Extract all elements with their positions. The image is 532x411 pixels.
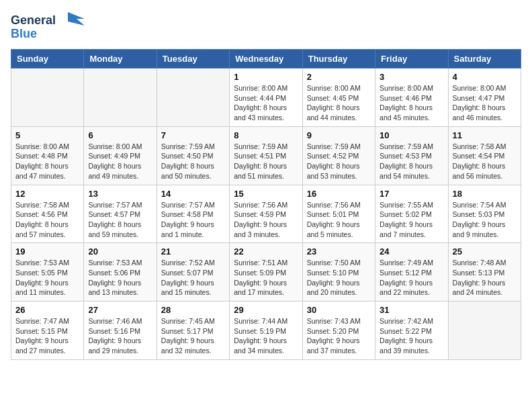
cell-info: Sunrise: 8:00 AMSunset: 4:45 PMDaylight:… <box>307 83 371 123</box>
cell-info: Sunrise: 7:49 AMSunset: 5:12 PMDaylight:… <box>380 258 443 298</box>
weekday-header-tuesday: Tuesday <box>157 50 229 68</box>
day-number: 16 <box>307 189 371 199</box>
cell-info: Sunrise: 7:58 AMSunset: 4:54 PMDaylight:… <box>453 142 517 181</box>
calendar-week-row: 19Sunrise: 7:53 AMSunset: 5:05 PMDayligh… <box>11 243 521 302</box>
weekday-header-wednesday: Wednesday <box>230 50 302 68</box>
day-number: 9 <box>307 130 371 140</box>
cell-info: Sunrise: 8:00 AMSunset: 4:47 PMDaylight:… <box>453 83 517 123</box>
day-number: 14 <box>161 189 225 199</box>
day-number: 20 <box>88 246 152 257</box>
calendar-cell: 13Sunrise: 7:57 AMSunset: 4:57 PMDayligh… <box>84 185 157 243</box>
calendar-cell <box>11 68 84 127</box>
cell-info: Sunrise: 8:00 AMSunset: 4:46 PMDaylight:… <box>380 83 443 123</box>
cell-info: Sunrise: 7:56 AMSunset: 5:01 PMDaylight:… <box>307 200 371 240</box>
cell-info: Sunrise: 7:42 AMSunset: 5:22 PMDaylight:… <box>380 316 443 356</box>
calendar-cell: 16Sunrise: 7:56 AMSunset: 5:01 PMDayligh… <box>302 185 375 243</box>
svg-marker-2 <box>68 12 85 26</box>
cell-info: Sunrise: 7:53 AMSunset: 5:05 PMDaylight:… <box>15 258 79 298</box>
weekday-header-sunday: Sunday <box>11 50 84 68</box>
calendar-week-row: 26Sunrise: 7:47 AMSunset: 5:15 PMDayligh… <box>11 302 521 360</box>
cell-info: Sunrise: 7:59 AMSunset: 4:52 PMDaylight:… <box>307 142 371 181</box>
day-number: 13 <box>88 189 152 199</box>
calendar-cell: 6Sunrise: 8:00 AMSunset: 4:49 PMDaylight… <box>84 126 157 185</box>
calendar-cell: 24Sunrise: 7:49 AMSunset: 5:12 PMDayligh… <box>375 243 448 302</box>
weekday-header-saturday: Saturday <box>448 50 521 68</box>
cell-info: Sunrise: 7:54 AMSunset: 5:03 PMDaylight:… <box>453 200 517 240</box>
calendar-cell: 2Sunrise: 8:00 AMSunset: 4:45 PMDaylight… <box>302 68 375 127</box>
cell-info: Sunrise: 8:00 AMSunset: 4:44 PMDaylight:… <box>234 83 298 123</box>
calendar-cell: 22Sunrise: 7:51 AMSunset: 5:09 PMDayligh… <box>230 243 302 302</box>
cell-info: Sunrise: 7:59 AMSunset: 4:50 PMDaylight:… <box>161 142 225 181</box>
calendar-week-row: 1Sunrise: 8:00 AMSunset: 4:44 PMDaylight… <box>11 68 521 127</box>
cell-info: Sunrise: 7:52 AMSunset: 5:07 PMDaylight:… <box>161 258 225 298</box>
calendar-cell: 21Sunrise: 7:52 AMSunset: 5:07 PMDayligh… <box>157 243 229 302</box>
cell-info: Sunrise: 7:53 AMSunset: 5:06 PMDaylight:… <box>88 258 152 298</box>
calendar-cell: 5Sunrise: 8:00 AMSunset: 4:48 PMDaylight… <box>11 126 84 185</box>
day-number: 3 <box>380 72 443 82</box>
calendar-cell: 26Sunrise: 7:47 AMSunset: 5:15 PMDayligh… <box>11 302 84 360</box>
day-number: 6 <box>88 130 152 140</box>
calendar-week-row: 12Sunrise: 7:58 AMSunset: 4:56 PMDayligh… <box>11 185 521 243</box>
calendar-cell: 28Sunrise: 7:45 AMSunset: 5:17 PMDayligh… <box>157 302 229 360</box>
calendar-cell: 10Sunrise: 7:59 AMSunset: 4:53 PMDayligh… <box>375 126 448 185</box>
calendar-cell: 23Sunrise: 7:50 AMSunset: 5:10 PMDayligh… <box>302 243 375 302</box>
cell-info: Sunrise: 7:43 AMSunset: 5:20 PMDaylight:… <box>307 316 371 356</box>
cell-info: Sunrise: 7:47 AMSunset: 5:15 PMDaylight:… <box>15 316 79 356</box>
cell-info: Sunrise: 7:51 AMSunset: 5:09 PMDaylight:… <box>234 258 298 298</box>
day-number: 22 <box>234 246 298 257</box>
cell-info: Sunrise: 7:45 AMSunset: 5:17 PMDaylight:… <box>161 316 225 356</box>
calendar-cell: 9Sunrise: 7:59 AMSunset: 4:52 PMDaylight… <box>302 126 375 185</box>
calendar-cell: 4Sunrise: 8:00 AMSunset: 4:47 PMDaylight… <box>448 68 521 127</box>
calendar-cell: 7Sunrise: 7:59 AMSunset: 4:50 PMDaylight… <box>157 126 229 185</box>
svg-text:General: General <box>11 13 56 27</box>
cell-info: Sunrise: 8:00 AMSunset: 4:48 PMDaylight:… <box>15 142 79 181</box>
calendar-cell: 25Sunrise: 7:48 AMSunset: 5:13 PMDayligh… <box>448 243 521 302</box>
day-number: 28 <box>161 305 225 315</box>
calendar-cell <box>84 68 157 127</box>
day-number: 24 <box>380 246 443 257</box>
day-number: 17 <box>380 189 443 199</box>
calendar-cell <box>157 68 229 127</box>
logo: GeneralBlue <box>11 11 85 41</box>
day-number: 30 <box>307 305 371 315</box>
calendar-cell: 17Sunrise: 7:55 AMSunset: 5:02 PMDayligh… <box>375 185 448 243</box>
cell-info: Sunrise: 7:56 AMSunset: 4:59 PMDaylight:… <box>234 200 298 240</box>
day-number: 19 <box>15 246 79 257</box>
cell-info: Sunrise: 7:57 AMSunset: 4:57 PMDaylight:… <box>88 200 152 240</box>
calendar-cell: 20Sunrise: 7:53 AMSunset: 5:06 PMDayligh… <box>84 243 157 302</box>
cell-info: Sunrise: 7:57 AMSunset: 4:58 PMDaylight:… <box>161 200 225 240</box>
day-number: 21 <box>161 246 225 257</box>
day-number: 10 <box>380 130 443 140</box>
calendar-cell: 3Sunrise: 8:00 AMSunset: 4:46 PMDaylight… <box>375 68 448 127</box>
page-header: GeneralBlue <box>11 11 521 41</box>
day-number: 1 <box>234 72 298 82</box>
calendar-cell: 30Sunrise: 7:43 AMSunset: 5:20 PMDayligh… <box>302 302 375 360</box>
weekday-header-thursday: Thursday <box>302 50 375 68</box>
day-number: 2 <box>307 72 371 82</box>
calendar-cell: 29Sunrise: 7:44 AMSunset: 5:19 PMDayligh… <box>230 302 302 360</box>
cell-info: Sunrise: 7:59 AMSunset: 4:51 PMDaylight:… <box>234 142 298 181</box>
cell-info: Sunrise: 7:55 AMSunset: 5:02 PMDaylight:… <box>380 200 443 240</box>
day-number: 27 <box>88 305 152 315</box>
calendar-cell: 15Sunrise: 7:56 AMSunset: 4:59 PMDayligh… <box>230 185 302 243</box>
calendar-cell: 27Sunrise: 7:46 AMSunset: 5:16 PMDayligh… <box>84 302 157 360</box>
cell-info: Sunrise: 8:00 AMSunset: 4:49 PMDaylight:… <box>88 142 152 181</box>
calendar-cell <box>448 302 521 360</box>
day-number: 29 <box>234 305 298 315</box>
logo-icon: GeneralBlue <box>11 11 85 41</box>
day-number: 18 <box>453 189 517 199</box>
cell-info: Sunrise: 7:46 AMSunset: 5:16 PMDaylight:… <box>88 316 152 356</box>
cell-info: Sunrise: 7:48 AMSunset: 5:13 PMDaylight:… <box>453 258 517 298</box>
calendar-cell: 31Sunrise: 7:42 AMSunset: 5:22 PMDayligh… <box>375 302 448 360</box>
cell-info: Sunrise: 7:44 AMSunset: 5:19 PMDaylight:… <box>234 316 298 356</box>
calendar-cell: 11Sunrise: 7:58 AMSunset: 4:54 PMDayligh… <box>448 126 521 185</box>
weekday-header-monday: Monday <box>84 50 157 68</box>
day-number: 7 <box>161 130 225 140</box>
calendar-cell: 19Sunrise: 7:53 AMSunset: 5:05 PMDayligh… <box>11 243 84 302</box>
day-number: 4 <box>453 72 517 82</box>
day-number: 26 <box>15 305 79 315</box>
weekday-header-friday: Friday <box>375 50 448 68</box>
day-number: 15 <box>234 189 298 199</box>
weekday-header-row: SundayMondayTuesdayWednesdayThursdayFrid… <box>11 50 521 68</box>
svg-text:Blue: Blue <box>11 27 37 40</box>
